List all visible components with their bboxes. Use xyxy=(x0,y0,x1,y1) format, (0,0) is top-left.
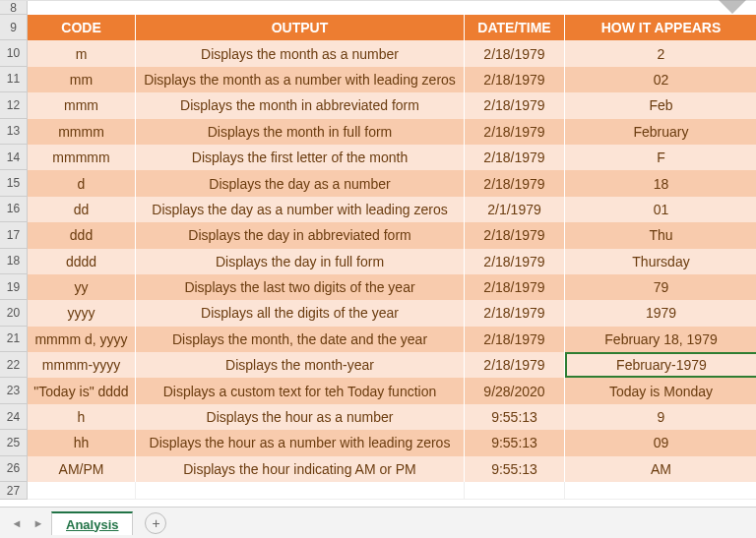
cell-output[interactable]: Displays the day as a number xyxy=(136,170,465,196)
empty-cell[interactable] xyxy=(136,482,465,500)
cell-datetime[interactable]: 2/18/1979 xyxy=(465,92,565,118)
cell-appears[interactable]: Thu xyxy=(565,222,756,248)
row-header[interactable]: 26 xyxy=(0,456,28,482)
cell-appears[interactable]: Feb xyxy=(565,92,756,118)
cell-datetime[interactable]: 2/18/1979 xyxy=(465,222,565,248)
cell-output[interactable]: Displays the last two digits of the year xyxy=(136,274,465,300)
cell-appears[interactable]: 18 xyxy=(565,170,756,196)
cell-appears[interactable]: Today is Monday xyxy=(565,378,756,403)
cell-datetime[interactable]: 2/18/1979 xyxy=(465,170,565,196)
row-header[interactable]: 8 xyxy=(0,1,28,15)
cell-output[interactable]: Displays the month in full form xyxy=(136,119,465,145)
row-header[interactable]: 18 xyxy=(0,249,28,274)
empty-cell[interactable] xyxy=(136,1,465,15)
row-header[interactable]: 16 xyxy=(0,197,28,222)
row-header[interactable]: 14 xyxy=(0,145,28,170)
cell-datetime[interactable]: 2/18/1979 xyxy=(465,145,565,170)
cell-output[interactable]: Displays the month in abbreviated form xyxy=(136,92,465,118)
row-header[interactable]: 22 xyxy=(0,352,28,378)
cell-datetime[interactable]: 2/18/1979 xyxy=(465,67,565,92)
cell-datetime[interactable]: 2/18/1979 xyxy=(465,274,565,300)
cell-code[interactable]: "Today is" dddd xyxy=(28,378,136,403)
cell-appears[interactable]: F xyxy=(565,145,756,170)
cell-datetime[interactable]: 9:55:13 xyxy=(465,430,565,455)
row-header[interactable]: 21 xyxy=(0,327,28,352)
row-header[interactable]: 17 xyxy=(0,222,28,248)
cell-appears[interactable]: 02 xyxy=(565,67,756,92)
cell-code[interactable]: ddd xyxy=(28,222,136,248)
cell-code[interactable]: AM/PM xyxy=(28,456,136,482)
cell-output[interactable]: Displays the first letter of the month xyxy=(136,145,465,170)
col-header-appears[interactable]: HOW IT APPEARS xyxy=(565,15,756,40)
row-header[interactable]: 19 xyxy=(0,274,28,300)
cell-output[interactable]: Displays the month, the date and the yea… xyxy=(136,327,465,352)
cell-appears[interactable]: 79 xyxy=(565,274,756,300)
col-header-output[interactable]: OUTPUT xyxy=(136,15,465,40)
row-header[interactable]: 10 xyxy=(0,40,28,66)
cell-output[interactable]: Displays the month as a number with lead… xyxy=(136,67,465,92)
cell-output[interactable]: Displays the hour as a number xyxy=(136,404,465,430)
cell-appears[interactable]: February-1979 xyxy=(565,352,756,378)
empty-cell[interactable] xyxy=(465,1,565,15)
row-header[interactable]: 27 xyxy=(0,482,28,500)
cell-datetime[interactable]: 2/18/1979 xyxy=(465,249,565,274)
cell-appears[interactable]: Thursday xyxy=(565,249,756,274)
row-header[interactable]: 9 xyxy=(0,15,28,40)
add-sheet-button[interactable]: + xyxy=(145,512,166,534)
cell-appears[interactable]: February xyxy=(565,119,756,145)
col-header-datetime[interactable]: DATE/TIME xyxy=(465,15,565,40)
sheet-tab-analysis[interactable]: Analysis xyxy=(51,511,133,535)
cell-datetime[interactable]: 2/18/1979 xyxy=(465,119,565,145)
empty-cell[interactable] xyxy=(28,482,136,500)
cell-code[interactable]: d xyxy=(28,170,136,196)
row-header[interactable]: 24 xyxy=(0,404,28,430)
cell-datetime[interactable]: 9:55:13 xyxy=(465,404,565,430)
cell-appears[interactable]: 2 xyxy=(565,40,756,66)
cell-code[interactable]: m xyxy=(28,40,136,66)
cell-code[interactable]: h xyxy=(28,404,136,430)
cell-code[interactable]: mmmm-yyyy xyxy=(28,352,136,378)
cell-datetime[interactable]: 2/1/1979 xyxy=(465,197,565,222)
row-header[interactable]: 11 xyxy=(0,67,28,92)
cell-datetime[interactable]: 2/18/1979 xyxy=(465,352,565,378)
cell-output[interactable]: Displays the day as a number with leadin… xyxy=(136,197,465,222)
row-header[interactable]: 20 xyxy=(0,300,28,326)
cell-output[interactable]: Displays the month-year xyxy=(136,352,465,378)
col-header-code[interactable]: CODE xyxy=(28,15,136,40)
cell-appears[interactable]: February 18, 1979 xyxy=(565,327,756,352)
row-header[interactable]: 15 xyxy=(0,170,28,196)
row-header[interactable]: 13 xyxy=(0,119,28,145)
cell-code[interactable]: yy xyxy=(28,274,136,300)
cell-code[interactable]: mm xyxy=(28,67,136,92)
cell-appears[interactable]: 09 xyxy=(565,430,756,455)
empty-cell[interactable] xyxy=(28,1,136,15)
cell-code[interactable]: dddd xyxy=(28,249,136,274)
spreadsheet-grid[interactable]: 89CODEOUTPUTDATE/TIMEHOW IT APPEARS10mDi… xyxy=(0,0,756,500)
row-header[interactable]: 23 xyxy=(0,378,28,403)
cell-output[interactable]: Displays the month as a number xyxy=(136,40,465,66)
tab-nav-next-icon[interactable]: ► xyxy=(30,514,47,532)
row-header[interactable]: 25 xyxy=(0,430,28,455)
empty-cell[interactable] xyxy=(465,482,565,500)
cell-output[interactable]: Displays a custom text for teh Today fun… xyxy=(136,378,465,403)
cell-output[interactable]: Displays the day in full form xyxy=(136,249,465,274)
cell-code[interactable]: mmmm xyxy=(28,119,136,145)
cell-code[interactable]: mmm xyxy=(28,92,136,118)
cell-code[interactable]: dd xyxy=(28,197,136,222)
cell-output[interactable]: Displays the hour as a number with leadi… xyxy=(136,430,465,455)
cell-code[interactable]: mmmmm xyxy=(28,145,136,170)
row-header[interactable]: 12 xyxy=(0,92,28,118)
cell-code[interactable]: mmmm d, yyyy xyxy=(28,327,136,352)
cell-datetime[interactable]: 9:55:13 xyxy=(465,456,565,482)
empty-cell[interactable] xyxy=(565,482,756,500)
cell-output[interactable]: Displays all the digits of the year xyxy=(136,300,465,326)
cell-code[interactable]: hh xyxy=(28,430,136,455)
cell-output[interactable]: Displays the day in abbreviated form xyxy=(136,222,465,248)
tab-nav-prev-icon[interactable]: ◄ xyxy=(8,514,26,532)
cell-datetime[interactable]: 2/18/1979 xyxy=(465,327,565,352)
cell-appears[interactable]: 01 xyxy=(565,197,756,222)
cell-datetime[interactable]: 2/18/1979 xyxy=(465,40,565,66)
cell-appears[interactable]: AM xyxy=(565,456,756,482)
cell-appears[interactable]: 1979 xyxy=(565,300,756,326)
cell-datetime[interactable]: 9/28/2020 xyxy=(465,378,565,403)
